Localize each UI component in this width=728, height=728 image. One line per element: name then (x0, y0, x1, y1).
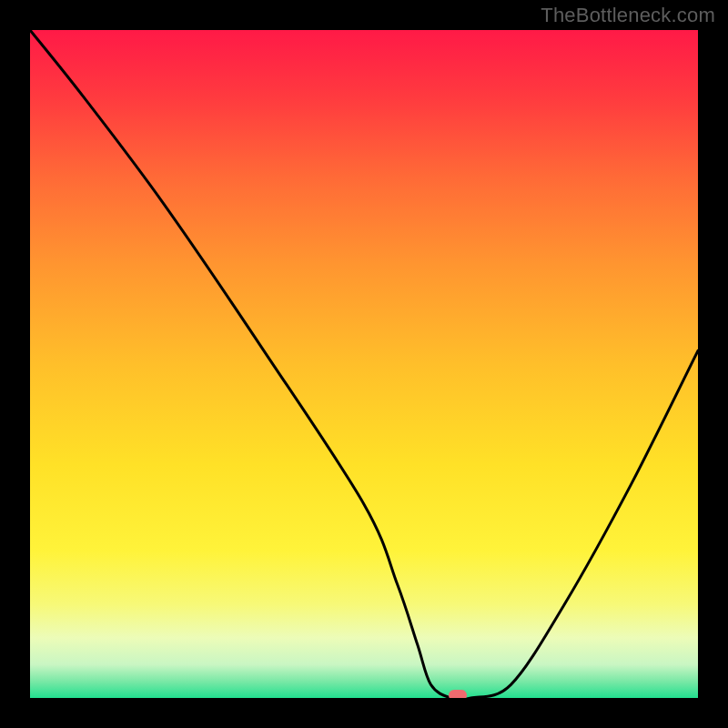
plot-svg (30, 30, 698, 698)
chart-frame: TheBottleneck.com (0, 0, 728, 728)
gradient-background (30, 30, 698, 698)
optimum-marker (449, 690, 467, 698)
watermark-text: TheBottleneck.com (541, 4, 715, 27)
plot-area (30, 30, 698, 698)
